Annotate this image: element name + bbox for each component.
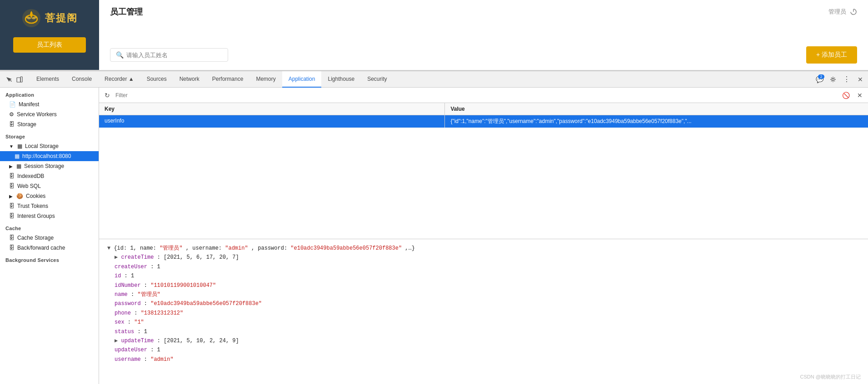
json-phone: phone : "13812312312" bbox=[107, 309, 860, 318]
sidebar-item-backforward[interactable]: 🗄 Back/forward cache bbox=[0, 243, 99, 253]
tab-elements[interactable]: Elements bbox=[30, 71, 65, 88]
sidebar-item-service-workers[interactable]: ⚙ Service Workers bbox=[0, 109, 99, 119]
tab-network[interactable]: Network bbox=[173, 71, 206, 88]
trust-tokens-icon: 🗄 bbox=[9, 203, 15, 209]
tab-recorder[interactable]: Recorder ▲ bbox=[98, 71, 140, 88]
page-title: 员工管理 bbox=[110, 6, 143, 17]
app-sidebar-top: 菩提阁 员工列表 bbox=[0, 0, 99, 70]
nav-button[interactable]: 员工列表 bbox=[13, 37, 86, 53]
sidebar-item-interest-groups[interactable]: 🗄 Interest Groups bbox=[0, 211, 99, 221]
local-storage-arrow: ▼ bbox=[9, 144, 14, 149]
tab-memory[interactable]: Memory bbox=[249, 71, 282, 88]
devtools-panel: Elements Console Recorder ▲ Sources Netw… bbox=[0, 70, 868, 384]
indexeddb-icon: 🗄 bbox=[9, 173, 15, 179]
sidebar-item-storage-overview[interactable]: 🗄 Storage bbox=[0, 119, 99, 129]
logo-area: 菩提阁 bbox=[21, 8, 78, 28]
cache-storage-icon: 🗄 bbox=[9, 235, 15, 241]
devtools-tab-icons bbox=[2, 74, 26, 84]
application-section-label: Application bbox=[0, 88, 99, 99]
sidebar-item-cache-storage[interactable]: 🗄 Cache Storage bbox=[0, 233, 99, 243]
websql-label: Web SQL bbox=[17, 183, 41, 189]
cookies-icon: 🍪 bbox=[16, 193, 23, 199]
filter-input[interactable] bbox=[115, 92, 837, 98]
cursor-icon[interactable] bbox=[4, 74, 14, 84]
device-toggle-icon[interactable] bbox=[15, 74, 25, 84]
search-input[interactable] bbox=[126, 52, 222, 59]
search-icon: 🔍 bbox=[116, 51, 124, 59]
json-username: username : "admin" bbox=[107, 355, 860, 364]
sidebar-item-local-storage[interactable]: ▼ ▦ Local Storage bbox=[0, 141, 99, 151]
tab-sources[interactable]: Sources bbox=[140, 71, 173, 88]
local-storage-icon: ▦ bbox=[17, 143, 22, 149]
service-workers-icon: ⚙ bbox=[9, 111, 14, 118]
sidebar-item-manifest[interactable]: 📄 Manifest bbox=[0, 99, 99, 109]
admin-label: 管理员 bbox=[828, 8, 846, 16]
svg-rect-5 bbox=[20, 77, 22, 82]
sidebar-item-websql[interactable]: 🗄 Web SQL bbox=[0, 181, 99, 191]
sidebar-item-session-storage[interactable]: ▶ ▦ Session Storage bbox=[0, 161, 99, 171]
json-id-number: idNumber : "110101199001010047" bbox=[107, 281, 860, 290]
svg-rect-4 bbox=[17, 78, 20, 82]
tab-console[interactable]: Console bbox=[65, 71, 98, 88]
filter-bar: ↻ 🚫 ✕ bbox=[99, 88, 868, 103]
admin-info: 管理员 bbox=[828, 8, 857, 16]
websql-icon: 🗄 bbox=[9, 183, 15, 189]
sidebar-item-localhost[interactable]: ▦ http://localhost:8080 bbox=[0, 151, 99, 161]
table-header: Key Value bbox=[99, 103, 868, 115]
backforward-icon: 🗄 bbox=[9, 245, 15, 251]
tab-lighthouse[interactable]: Lighthouse bbox=[321, 71, 361, 88]
tab-security[interactable]: Security bbox=[361, 71, 393, 88]
logo-text: 菩提阁 bbox=[45, 11, 78, 25]
logo-icon bbox=[21, 8, 41, 28]
local-storage-label: Local Storage bbox=[25, 143, 59, 149]
json-update-user: updateUser : 1 bbox=[107, 345, 860, 354]
localhost-label: http://localhost:8080 bbox=[22, 153, 71, 159]
tab-application[interactable]: Application bbox=[282, 71, 322, 88]
add-employee-button[interactable]: + 添加员工 bbox=[806, 46, 857, 64]
interest-groups-label: Interest Groups bbox=[17, 213, 55, 219]
row-value: {"id":1,"name":"管理员","username":"admin",… bbox=[445, 115, 868, 128]
trust-tokens-label: Trust Tokens bbox=[17, 203, 48, 209]
console-messages-button[interactable]: 💬 2 bbox=[813, 74, 825, 85]
cookies-arrow: ▶ bbox=[9, 194, 13, 199]
svg-point-6 bbox=[832, 78, 834, 80]
session-storage-icon: ▦ bbox=[16, 163, 21, 169]
row-key: userInfo bbox=[99, 115, 445, 128]
json-update-time: ▶ updateTime : [2021, 5, 10, 2, 24, 9] bbox=[107, 336, 860, 345]
sidebar-item-cookies[interactable]: ▶ 🍪 Cookies bbox=[0, 191, 99, 201]
json-name: name : "管理员" bbox=[107, 290, 860, 299]
storage-overview-label: Storage bbox=[17, 121, 36, 128]
settings-button[interactable] bbox=[827, 74, 839, 85]
more-options-button[interactable]: ⋮ bbox=[841, 74, 853, 85]
search-add-bar: 🔍 + 添加员工 bbox=[99, 41, 868, 70]
filter-close-button[interactable]: ✕ bbox=[855, 91, 864, 100]
filter-clear-icon[interactable]: 🚫 bbox=[840, 91, 852, 100]
messages-badge: 2 bbox=[818, 74, 824, 79]
storage-section-label: Storage bbox=[0, 129, 99, 141]
cookies-label: Cookies bbox=[26, 193, 45, 199]
json-create-user: createUser : 1 bbox=[107, 262, 860, 271]
sidebar-item-indexeddb[interactable]: 🗄 IndexedDB bbox=[0, 171, 99, 181]
cache-section-label: Cache bbox=[0, 221, 99, 233]
json-password: password : "e10adc3949ba59abbe56e057f20f… bbox=[107, 299, 860, 308]
search-input-wrap: 🔍 bbox=[110, 48, 228, 62]
devtools-actions: 💬 2 ⋮ ✕ bbox=[813, 74, 866, 85]
devtools-main: ↻ 🚫 ✕ Key Value userInfo {"id":1,"name":… bbox=[99, 88, 868, 384]
indexeddb-label: IndexedDB bbox=[17, 173, 44, 179]
json-create-time: ▶ createTime : [2021, 5, 6, 17, 20, 7] bbox=[107, 253, 860, 262]
background-services-label: Background Services bbox=[0, 253, 99, 265]
json-sex: sex : "1" bbox=[107, 318, 860, 327]
table-row[interactable]: userInfo {"id":1,"name":"管理员","username"… bbox=[99, 115, 868, 128]
interest-groups-icon: 🗄 bbox=[9, 213, 15, 219]
close-devtools-button[interactable]: ✕ bbox=[854, 74, 866, 85]
power-icon[interactable] bbox=[850, 8, 857, 15]
refresh-button[interactable]: ↻ bbox=[103, 91, 112, 100]
json-id: id : 1 bbox=[107, 271, 860, 281]
localhost-icon: ▦ bbox=[15, 153, 20, 159]
sidebar-item-trust-tokens[interactable]: 🗄 Trust Tokens bbox=[0, 201, 99, 211]
tab-performance[interactable]: Performance bbox=[206, 71, 250, 88]
service-workers-label: Service Workers bbox=[17, 111, 57, 118]
cache-storage-label: Cache Storage bbox=[17, 235, 54, 241]
json-summary: ▼ {id: 1, name: "管理员" , username: "admin… bbox=[107, 244, 860, 253]
devtools-body: Application 📄 Manifest ⚙ Service Workers… bbox=[0, 88, 868, 384]
